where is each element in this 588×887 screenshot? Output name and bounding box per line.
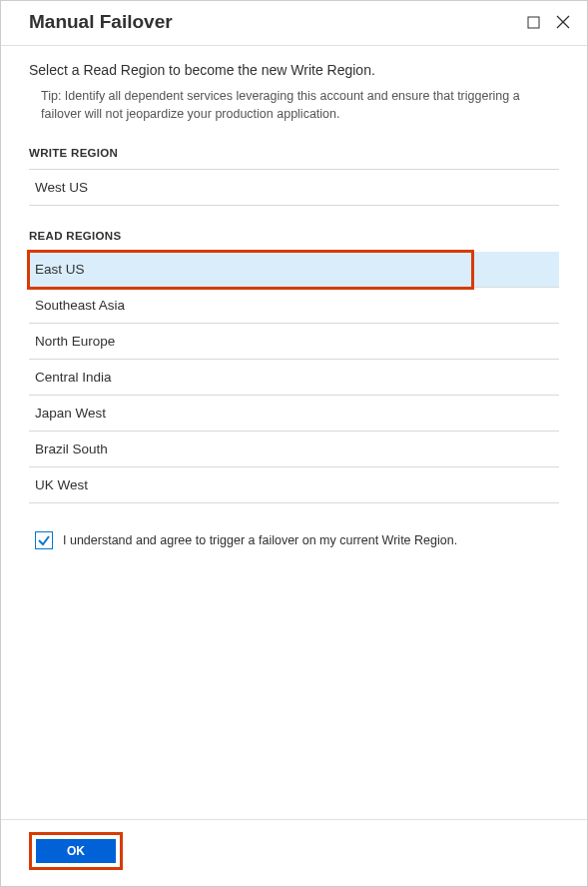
dialog-content: Select a Read Region to become the new W…	[1, 46, 587, 819]
read-region-row-selected: East US	[29, 252, 559, 288]
read-region-item[interactable]: Southeast Asia	[29, 288, 559, 324]
dialog-title: Manual Failover	[29, 11, 173, 33]
confirm-checkbox[interactable]	[35, 531, 53, 549]
read-region-item[interactable]: North Europe	[29, 324, 559, 360]
write-region-item: West US	[29, 169, 559, 206]
read-regions-label: READ REGIONS	[29, 230, 559, 242]
confirm-row: I understand and agree to trigger a fail…	[29, 531, 559, 549]
close-icon	[556, 15, 570, 29]
dialog-footer: OK	[1, 819, 587, 886]
read-region-item[interactable]: East US	[29, 252, 559, 288]
write-region-list: West US	[29, 169, 559, 206]
maximize-button[interactable]	[525, 14, 541, 30]
check-icon	[37, 533, 51, 547]
window-controls	[525, 14, 571, 30]
ok-button[interactable]: OK	[36, 839, 116, 863]
dialog-header: Manual Failover	[1, 1, 587, 46]
read-region-item[interactable]: Japan West	[29, 396, 559, 432]
read-region-item[interactable]: Brazil South	[29, 432, 559, 467]
read-region-item[interactable]: UK West	[29, 467, 559, 503]
maximize-icon	[527, 16, 540, 29]
tip-text: Tip: Identify all dependent services lev…	[29, 88, 559, 123]
instruction-text: Select a Read Region to become the new W…	[29, 62, 559, 78]
close-button[interactable]	[555, 14, 571, 30]
ok-highlight: OK	[29, 832, 123, 870]
read-regions-list: East US Southeast Asia North Europe Cent…	[29, 252, 559, 503]
svg-rect-0	[528, 17, 539, 28]
read-region-item[interactable]: Central India	[29, 360, 559, 396]
confirm-label: I understand and agree to trigger a fail…	[63, 533, 457, 547]
write-region-label: WRITE REGION	[29, 147, 559, 159]
